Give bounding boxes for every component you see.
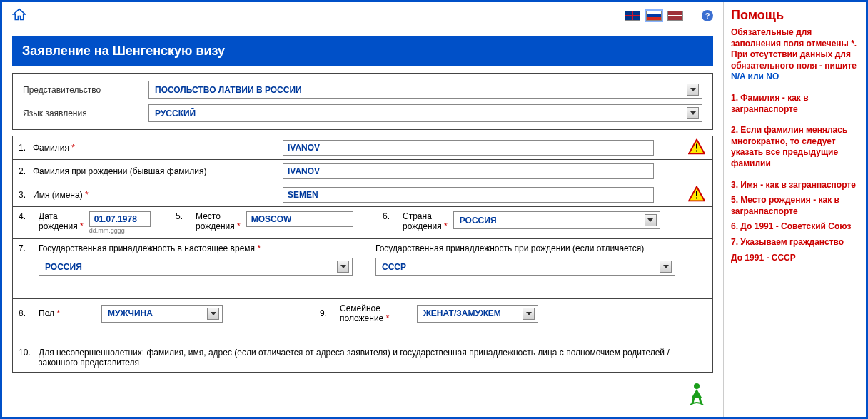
svg-rect-0 xyxy=(696,144,697,149)
field-nationality: 7. Государственная принадлежность в наст… xyxy=(12,238,713,299)
minor-guardian-label: Для несовершеннолетних: фамилия, имя, ад… xyxy=(39,348,707,368)
pob-input[interactable] xyxy=(246,211,353,227)
nat-current-select[interactable]: РОССИЯ xyxy=(39,258,353,276)
chevron-down-icon[interactable] xyxy=(337,261,349,273)
field-birth-group: 4. Дата рождения * dd.mm.gggg 5. Место р… xyxy=(12,206,713,239)
marital-label-2: положение xyxy=(340,313,383,323)
chevron-down-icon[interactable] xyxy=(687,84,699,96)
language-select[interactable]: РУССКИЙ xyxy=(148,104,702,122)
firstname-label: Имя (имена) xyxy=(33,190,83,200)
language-value: РУССКИЙ xyxy=(155,108,196,118)
pob-label-1: Место xyxy=(196,211,241,221)
flag-lv-icon[interactable] xyxy=(667,11,683,21)
nat-current-label: Государственная принадлежность в настоящ… xyxy=(39,243,255,253)
meta-box: Представительство ПОСОЛЬСТВО ЛАТВИИ В РО… xyxy=(12,73,713,130)
representation-label: Представительство xyxy=(23,85,144,95)
child-icon xyxy=(686,382,707,408)
sex-label: Пол xyxy=(39,308,54,318)
topbar: ? xyxy=(12,8,713,26)
svg-point-4 xyxy=(694,383,700,389)
help-title: Помощь xyxy=(731,8,859,23)
chevron-down-icon[interactable] xyxy=(687,107,699,119)
help-p3: 3. Имя - как в загранпаспорте xyxy=(731,180,859,191)
chevron-down-icon[interactable] xyxy=(660,261,672,273)
pob-label-2: рождения xyxy=(196,221,235,231)
language-label: Язык заявления xyxy=(23,108,144,118)
warning-icon xyxy=(688,139,705,157)
warning-icon xyxy=(688,186,705,204)
field-sex-marital: 8. Пол * МУЖЧИНА 9. Семейное положение *… xyxy=(12,298,713,343)
field-surname-birth: 2. Фамилия при рождении (бывшая фамилия) xyxy=(12,159,713,183)
cob-select[interactable]: РОССИЯ xyxy=(453,211,660,229)
help-p2: 2. Если фамилия менялась многократно, то… xyxy=(731,125,859,169)
chevron-down-icon[interactable] xyxy=(207,308,219,320)
field-surname: 1. Фамилия * xyxy=(12,136,713,160)
sex-value: МУЖЧИНА xyxy=(108,308,153,318)
field-minor-guardian: 10. Для несовершеннолетних: фамилия, имя… xyxy=(12,343,713,373)
representation-value: ПОСОЛЬСТВО ЛАТВИИ В РОССИИ xyxy=(155,85,302,95)
surname-label: Фамилия xyxy=(33,143,69,153)
field-firstname: 3. Имя (имена) * xyxy=(12,183,713,207)
language-flags: ? xyxy=(625,10,713,21)
nat-current-value: РОССИЯ xyxy=(45,262,82,272)
cob-label-1: Страна xyxy=(403,211,448,221)
dob-input[interactable] xyxy=(89,211,151,227)
cob-label-2: рождения xyxy=(403,221,442,231)
nat-birth-value: СССР xyxy=(382,262,406,272)
help-sidebar: Помощь Обязательные для заполнения поля … xyxy=(723,2,866,417)
surname-input[interactable] xyxy=(283,140,654,156)
representation-select[interactable]: ПОСОЛЬСТВО ЛАТВИИ В РОССИИ xyxy=(148,81,702,99)
surname-birth-input[interactable] xyxy=(283,163,654,179)
help-p7: 7. Указываем гражданство xyxy=(731,237,859,248)
firstname-input[interactable] xyxy=(283,187,654,203)
dob-hint: dd.mm.gggg xyxy=(89,227,151,234)
dob-label-2: рождения xyxy=(39,221,78,231)
help-icon[interactable]: ? xyxy=(702,10,713,21)
help-p6: 6. До 1991 - Советский Союз xyxy=(731,221,859,233)
marital-select[interactable]: ЖЕНАТ/ЗАМУЖЕМ xyxy=(417,305,538,323)
flag-uk-icon[interactable] xyxy=(625,11,640,21)
nat-birth-label: Государственная принадлежность при рожде… xyxy=(375,243,707,253)
marital-value: ЖЕНАТ/ЗАМУЖЕМ xyxy=(423,308,501,318)
flag-ru-icon[interactable] xyxy=(646,11,662,21)
help-intro: Обязательные для заполнения поля отмечен… xyxy=(731,27,859,83)
cob-value: РОССИЯ xyxy=(460,216,497,226)
sex-select[interactable]: МУЖЧИНА xyxy=(101,305,223,323)
help-p5: 5. Место рождения - как в загранпаспорте xyxy=(731,195,859,217)
page-title: Заявление на Шенгенскую визу xyxy=(12,36,713,66)
svg-rect-3 xyxy=(696,198,697,199)
svg-rect-1 xyxy=(696,151,697,152)
home-icon[interactable] xyxy=(12,8,26,23)
svg-rect-2 xyxy=(696,191,697,196)
help-p1: 1. Фамилия - как в загранпаспорте xyxy=(731,93,859,115)
marital-label-1: Семейное xyxy=(340,303,411,313)
chevron-down-icon[interactable] xyxy=(645,214,657,226)
surname-birth-label: Фамилия при рождении (бывшая фамилия) xyxy=(33,166,283,176)
dob-label-1: Дата xyxy=(39,211,84,221)
chevron-down-icon[interactable] xyxy=(523,308,535,320)
help-p7b: До 1991 - СССР xyxy=(731,253,859,264)
nat-birth-select[interactable]: СССР xyxy=(375,258,675,276)
